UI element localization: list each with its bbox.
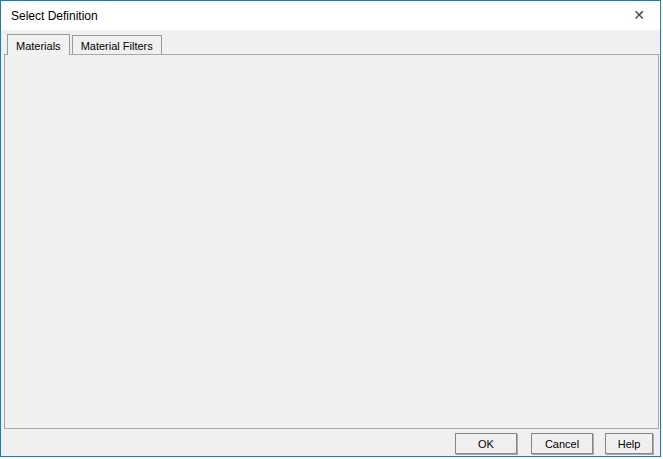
ok-button-label: OK [478, 438, 494, 450]
tab-page-materials [4, 54, 659, 429]
help-button[interactable]: Help [605, 433, 653, 454]
dialog-title: Select Definition [11, 9, 98, 23]
close-icon[interactable]: ✕ [628, 5, 650, 25]
cancel-button[interactable]: Cancel [531, 433, 593, 454]
tab-materials[interactable]: Materials [7, 34, 70, 55]
cancel-button-label: Cancel [545, 438, 579, 450]
tabstrip: MaterialsMaterial Filters [7, 34, 164, 54]
ok-button[interactable]: OK [455, 433, 517, 454]
help-button-label: Help [618, 438, 641, 450]
tab-material-filters[interactable]: Material Filters [72, 35, 162, 54]
select-definition-dialog: Select Definition ✕ MaterialsMaterial Fi… [0, 0, 661, 457]
titlebar: Select Definition ✕ [1, 1, 660, 30]
